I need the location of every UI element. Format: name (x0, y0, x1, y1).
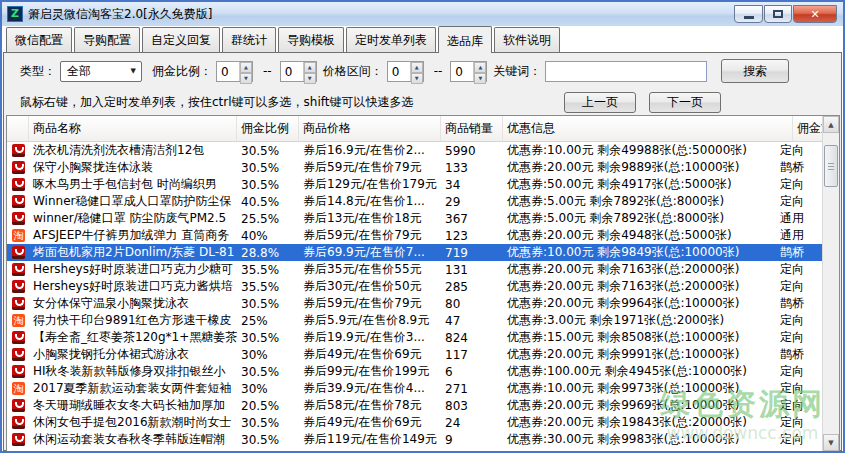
table-row[interactable]: 淘 AFSJEEP牛仔裤男加绒弹力 直筒商务 40% 券后59元/在售价79元 … (7, 227, 822, 244)
table-row[interactable]: 淘 2017夏季新款运动套装女两件套短袖 30% 券后39.9元/在售价4...… (7, 380, 822, 397)
price-min-value: 0 (388, 62, 410, 81)
table-row[interactable]: 淘 得力快干印台9891红色方形速干橡皮 25% 券后5.9元/在售价8.9元 … (7, 312, 822, 329)
coupon-info: 优惠券:15.00元 剩余8508张(总:10000张) (503, 329, 776, 346)
coupon-info: 优惠券:5.00元 剩余7892张(总:8000张) (503, 210, 776, 227)
tmall-icon (12, 178, 25, 191)
commission-min-value: 0 (217, 62, 239, 81)
minimize-button[interactable] (734, 5, 763, 23)
table-row[interactable]: 冬天珊瑚绒睡衣女冬大码长袖加厚加 20.5% 券后58元/在售价78元 803 … (7, 397, 822, 414)
tab-3[interactable]: 自定义回复 (142, 27, 220, 52)
scrollbar-thumb[interactable] (824, 145, 838, 187)
header-commission-ratio[interactable]: 佣金比例 (237, 116, 299, 141)
spinner-up-icon[interactable]: ▲ (411, 62, 423, 73)
tab-5[interactable]: 导购模板 (278, 27, 344, 52)
price-max-stepper[interactable]: 0 ▲ ▼ (450, 61, 487, 82)
chevron-down-icon: ▼ (131, 67, 136, 75)
table-row[interactable]: 【寿全斋_红枣姜茶120g*1+黑糖姜茶 30.5% 券后19.9元/在售价3.… (7, 329, 822, 346)
taobao-icon: 淘 (12, 382, 25, 395)
tab-1[interactable]: 微信配置 (6, 27, 72, 52)
tab-6[interactable]: 定时发单列表 (346, 27, 436, 52)
spinner-up-icon[interactable]: ▲ (240, 62, 252, 73)
close-icon: ✕ (810, 8, 819, 21)
product-sales: 271 (441, 382, 503, 396)
coupon-info: 优惠券:5.00元 剩余7892张(总:8000张) (503, 193, 776, 210)
product-price: 券后129元/在售价179元 (299, 176, 441, 193)
tab-4[interactable]: 群统计 (222, 27, 276, 52)
commission-type: 定向 (776, 193, 822, 210)
header-coupon-info[interactable]: 优惠信息 (503, 116, 793, 141)
spinner-up-icon[interactable]: ▲ (304, 62, 316, 73)
coupon-info: 优惠券:20.00元 剩余9969张(总:10000张) (503, 397, 776, 414)
header-product-name[interactable]: 商品名称 (29, 116, 237, 141)
product-sales: 9 (441, 433, 503, 447)
table-row[interactable]: 女分体保守温泉小胸聚拢泳衣 30.5% 券后59元/在售价79元 80 优惠券:… (7, 295, 822, 312)
header-product-price[interactable]: 商品价格 (299, 116, 441, 141)
product-name: 女分体保守温泉小胸聚拢泳衣 (29, 295, 237, 312)
table-row[interactable]: HI秋冬装新款韩版修身双排扣银丝小 30.5% 券后99元/在售价199元 6 … (7, 363, 822, 380)
price-max-value: 0 (451, 62, 473, 81)
tab-8[interactable]: 软件说明 (494, 27, 560, 52)
titlebar: Z 箫启灵微信淘客宝2.0[永久免费版] ✕ (2, 2, 843, 26)
table-row[interactable]: 休闲运动套装女春秋冬季韩版连帽潮 30.5% 券后119元/在售价149元 9 … (7, 431, 822, 448)
spinner-down-icon[interactable]: ▼ (304, 73, 316, 84)
scroll-down-icon[interactable]: ▼ (823, 434, 839, 451)
next-page-button[interactable]: 下一页 (649, 92, 721, 113)
table-row[interactable]: 保守小胸聚拢连体泳装 30.5% 券后59元/在售价79元 133 优惠券:20… (7, 159, 822, 176)
product-name: Winner稳健口罩成人口罩防护防尘保 (29, 193, 237, 210)
tab-2[interactable]: 导购配置 (74, 27, 140, 52)
table-row[interactable]: winner/稳健口罩 防尘防废气PM2.5 25.5% 券后13元/在售价18… (7, 210, 822, 227)
product-name: 烤面包机家用2片Donlim/东菱 DL-81 (29, 244, 237, 261)
coupon-info: 优惠券:10.00元 剩余9849张(总:10000张) (503, 244, 776, 261)
table-row[interactable]: 啄木鸟男士手包信封包 时尚编织男 30.5% 券后129元/在售价179元 34… (7, 176, 822, 193)
tmall-icon (12, 212, 25, 225)
vertical-scrollbar[interactable]: ▲ ▼ (822, 116, 839, 451)
spinner-down-icon[interactable]: ▼ (240, 73, 252, 84)
product-name: 洗衣机清洗剂洗衣槽清洁剂12包 (29, 142, 237, 159)
product-sales: 6 (441, 365, 503, 379)
table-row[interactable]: Winner稳健口罩成人口罩防护防尘保 40.5% 券后14.8元/在售价1..… (7, 193, 822, 210)
price-min-stepper[interactable]: 0 ▲ ▼ (387, 61, 424, 82)
table-row[interactable]: 烤面包机家用2片Donlim/东菱 DL-81 28.8% 券后69.9元/在售… (7, 244, 822, 261)
prev-page-button[interactable]: 上一页 (564, 92, 636, 113)
table-row[interactable]: 小胸聚拢钢托分体裙式游泳衣 30% 券后49元/在售价69元 117 优惠券:2… (7, 346, 822, 363)
tab-7[interactable]: 选品库 (438, 26, 492, 53)
product-name: Hersheys好时原装进口巧克力酱烘培 (29, 278, 237, 295)
tmall-icon (12, 433, 25, 446)
commission-ratio: 30.5% (237, 161, 299, 175)
product-name: 啄木鸟男士手包信封包 时尚编织男 (29, 176, 237, 193)
product-name: 小胸聚拢钢托分体裙式游泳衣 (29, 346, 237, 363)
close-button[interactable]: ✕ (793, 5, 837, 23)
taobao-icon: 淘 (12, 229, 25, 242)
spinner-down-icon[interactable]: ▼ (474, 73, 486, 84)
commission-type: 定向 (776, 261, 822, 278)
commission-type: 定向 (776, 176, 822, 193)
product-name: 2017夏季新款运动套装女两件套短袖 (29, 380, 237, 397)
commission-type: 定向 (776, 363, 822, 380)
commission-type: 定向 (776, 312, 822, 329)
table-row[interactable]: Hersheys好时原装进口巧克力少糖可 35.5% 券后35元/在售价55元 … (7, 261, 822, 278)
table-row[interactable]: Hersheys好时原装进口巧克力酱烘培 35.5% 券后30元/在售价50元 … (7, 278, 822, 295)
spinner-up-icon[interactable]: ▲ (474, 62, 486, 73)
window-controls: ✕ (734, 5, 837, 23)
commission-min-stepper[interactable]: 0 ▲ ▼ (216, 61, 253, 82)
keyword-input[interactable] (545, 61, 707, 82)
type-dropdown[interactable]: 全部 ▼ (60, 61, 142, 82)
header-product-sales[interactable]: 商品销量 (441, 116, 503, 141)
spinner-down-icon[interactable]: ▼ (411, 73, 423, 84)
product-sales: 133 (441, 161, 503, 175)
table-row[interactable]: 洗衣机清洗剂洗衣槽清洁剂12包 30.5% 券后16.9元/在售价2... 59… (7, 142, 822, 159)
coupon-info: 优惠券:20.00元 剩余9889张(总:10000张) (503, 159, 776, 176)
commission-ratio: 20.5% (237, 399, 299, 413)
search-button[interactable]: 搜索 (721, 59, 789, 83)
commission-type: 定向 (776, 380, 822, 397)
scroll-up-icon[interactable]: ▲ (823, 116, 839, 133)
maximize-button[interactable] (764, 5, 792, 23)
commission-ratio: 25.5% (237, 212, 299, 226)
maximize-icon (773, 10, 783, 18)
tmall-icon (12, 348, 25, 361)
table-row[interactable]: 休闲女包手提包2016新款潮时尚女士 30.5% 券后49元/在售价69元 24… (7, 414, 822, 431)
commission-ratio: 25% (237, 314, 299, 328)
product-sales: 719 (441, 246, 503, 260)
commission-max-stepper[interactable]: 0 ▲ ▼ (280, 61, 317, 82)
coupon-info: 优惠券:100.00元 剩余4945张(总:10000张) (503, 363, 776, 380)
